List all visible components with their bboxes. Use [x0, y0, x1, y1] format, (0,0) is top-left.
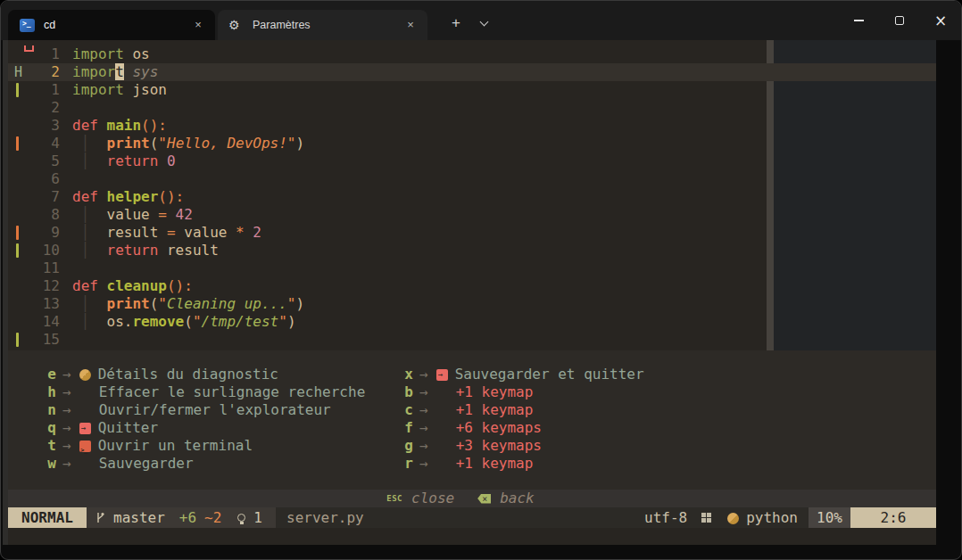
- tab-dropdown-button[interactable]: [471, 12, 496, 37]
- keybinding-item: r→+1 keymap: [397, 455, 644, 473]
- hint-count: 1: [253, 509, 262, 527]
- keybinding-item: e→Détails du diagnostic: [40, 366, 365, 383]
- code-line: 12def cleanup():: [8, 277, 767, 295]
- keybinding-key: q: [40, 419, 56, 437]
- line-number: 13: [15, 295, 60, 313]
- keybinding-label: Détails du diagnostic: [98, 366, 278, 383]
- code-line: 8 │ value = 42: [8, 206, 767, 224]
- tab-cd[interactable]: cd ×: [8, 10, 215, 40]
- code-line: 11: [8, 259, 767, 277]
- keybinding-item: b→+1 keymap: [397, 383, 644, 401]
- arrow-icon: →: [62, 455, 71, 473]
- keybinding-item: c→+1 keymap: [397, 401, 644, 419]
- line-number: 6: [15, 170, 60, 188]
- tab-label: Paramètres: [253, 19, 311, 31]
- terminal-icon: [79, 441, 91, 452]
- code-line: 13 │ print("Cleaning up..."): [8, 295, 767, 313]
- new-tab-button[interactable]: +: [444, 12, 469, 37]
- window-separator[interactable]: [767, 40, 774, 350]
- code-line: 9 │ result = value * 2: [8, 224, 767, 242]
- keybinding-item: n→Ouvrir/fermer l'explorateur: [40, 401, 365, 419]
- title-bar[interactable]: cd × Paramètres × +: [1, 1, 961, 40]
- backspace-icon: [477, 494, 491, 504]
- code-text: import json: [72, 81, 167, 99]
- git-added-count: +6: [179, 509, 196, 527]
- git-branch-icon: [95, 511, 105, 524]
- empty-editor-pane[interactable]: [774, 40, 936, 350]
- line-number: 1: [15, 81, 60, 99]
- arrow-icon: →: [62, 366, 71, 383]
- code-text: │ value = 42: [72, 206, 193, 224]
- minimize-button[interactable]: [838, 1, 879, 40]
- code-line: 6: [8, 170, 767, 188]
- terminal-window: cd × Paramètres × + 1import osH2import s…: [0, 0, 962, 560]
- code-line: 5 │ return 0: [8, 152, 767, 170]
- which-key-column-right: x→Sauvegarder et quitterb→+1 keymapc→+1 …: [397, 366, 644, 473]
- keybinding-label: Sauvegarder et quitter: [455, 366, 644, 383]
- code-line: 15: [8, 331, 767, 349]
- keybinding-key: h: [40, 383, 56, 401]
- close-hint-label: close: [411, 490, 454, 507]
- maximize-button[interactable]: [879, 1, 920, 40]
- powershell-icon: [20, 19, 35, 32]
- code-text: │ os.remove("/tmp/test"): [72, 313, 296, 331]
- tab-settings[interactable]: Paramètres ×: [218, 10, 427, 40]
- esc-key-icon: esc: [386, 490, 402, 507]
- python-icon: [79, 369, 91, 381]
- keybinding-item: x→Sauvegarder et quitter: [397, 366, 644, 383]
- arrow-icon: →: [419, 366, 428, 383]
- close-button[interactable]: [920, 1, 961, 40]
- line-number: 3: [15, 117, 60, 135]
- line-number: 10: [15, 242, 60, 259]
- terminal-screen[interactable]: 1import osH2import sys1import json23def …: [8, 40, 936, 545]
- mode-indicator: NORMAL: [8, 507, 87, 528]
- code-text: def main():: [72, 117, 167, 135]
- code-line: 10 │ return result: [8, 242, 767, 259]
- arrow-icon: →: [62, 401, 71, 419]
- terminal-bottom-padding: [8, 545, 936, 560]
- which-key-footer: esc close back: [8, 490, 936, 507]
- code-line: 14 │ os.remove("/tmp/test"): [8, 313, 767, 331]
- arrow-icon: →: [419, 455, 428, 473]
- code-text: │ print("Cleaning up..."): [72, 295, 304, 313]
- exit-icon: [436, 369, 448, 381]
- keybinding-item: f→+6 keymaps: [397, 419, 644, 437]
- statusline: NORMAL master +6 ~2 1 server.py utf-8: [8, 507, 936, 528]
- keybinding-key: n: [40, 401, 56, 419]
- tab-close-icon[interactable]: ×: [190, 17, 206, 33]
- keybinding-label: Quitter: [98, 419, 158, 437]
- keybinding-key: r: [397, 455, 413, 473]
- code-text: def cleanup():: [72, 277, 193, 295]
- cursor: t: [115, 63, 124, 80]
- keybinding-key: e: [40, 366, 56, 383]
- close-icon: [934, 12, 947, 29]
- space-key-icon: [24, 45, 34, 52]
- arrow-icon: →: [62, 383, 71, 401]
- arrow-icon: →: [419, 419, 428, 437]
- keybinding-label: Sauvegarder: [99, 455, 194, 473]
- git-modified-count: ~2: [204, 509, 221, 527]
- tab-label: cd: [44, 19, 55, 31]
- chevron-down-icon: [479, 18, 488, 27]
- file-name: server.py: [286, 509, 364, 527]
- keybinding-key: g: [397, 437, 413, 455]
- no-icon: [79, 404, 92, 416]
- line-number: 14: [15, 313, 60, 331]
- code-text: def helper():: [72, 188, 184, 206]
- line-number: 1: [15, 45, 60, 63]
- arrow-icon: →: [419, 401, 428, 419]
- tab-close-icon[interactable]: ×: [402, 17, 419, 33]
- cursor-position: 2:6: [850, 507, 936, 528]
- code-text: import os: [72, 45, 150, 63]
- python-icon: [727, 513, 739, 524]
- line-number: 12: [15, 277, 60, 295]
- lightbulb-icon: [237, 514, 245, 522]
- scroll-percent: 10%: [809, 507, 850, 528]
- keybinding-label: +6 keymaps: [456, 419, 542, 437]
- keybinding-label: Effacer le surlignage recherche: [99, 383, 366, 401]
- keybinding-label: +3 keymaps: [456, 437, 542, 455]
- keybinding-label: +1 keymap: [456, 401, 534, 419]
- keybinding-label: +1 keymap: [456, 455, 534, 473]
- arrow-icon: →: [419, 383, 428, 401]
- code-line: H2import sys: [8, 63, 767, 81]
